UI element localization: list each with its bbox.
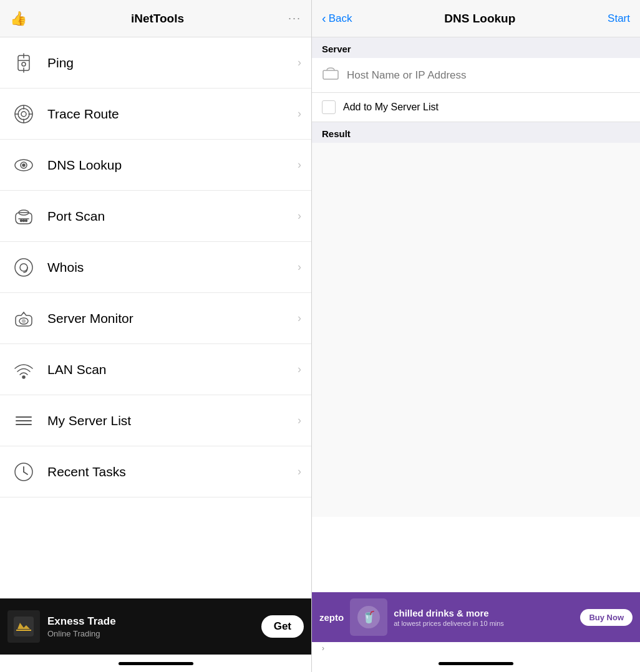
clock-icon	[10, 458, 37, 486]
menu-list: Ping › Trace Route ›	[0, 37, 311, 598]
trace-route-label: Trace Route	[47, 107, 298, 122]
svg-point-1	[22, 62, 26, 66]
svg-point-11	[22, 164, 25, 166]
ad-subtitle: Online Trading	[47, 629, 254, 638]
back-button[interactable]: ‹ Back	[322, 11, 352, 26]
list-icon	[10, 407, 37, 434]
lan-scan-chevron: ›	[298, 363, 301, 376]
recent-tasks-label: Recent Tasks	[47, 464, 298, 479]
server-input-row	[312, 58, 640, 93]
zepto-image: 🥤	[350, 598, 387, 636]
ad-banner-right[interactable]: zepto 🥤 chilled drinks & more at lowest …	[312, 592, 640, 642]
svg-point-18	[20, 264, 27, 271]
sidebar-item-trace-route[interactable]: Trace Route ›	[0, 89, 311, 140]
left-panel: 👍 iNetTools ··· Ping ›	[0, 0, 312, 672]
svg-point-21	[22, 376, 25, 378]
ad-title: Exness Trade	[47, 615, 254, 628]
zepto-subtext: at lowest prices delivered in 10 mins	[394, 620, 574, 627]
svg-point-16	[26, 219, 27, 221]
trace-route-chevron: ›	[298, 107, 301, 120]
pin-icon	[10, 49, 37, 77]
at-icon	[10, 254, 37, 281]
start-button[interactable]: Start	[608, 12, 630, 25]
right-home-indicator	[312, 655, 640, 672]
zepto-buy-button[interactable]: Buy Now	[580, 609, 633, 626]
thumb-icon: 👍	[10, 11, 27, 27]
dns-lookup-chevron: ›	[298, 158, 301, 171]
my-server-list-label: My Server List	[47, 413, 298, 428]
ad-get-button[interactable]: Get	[261, 615, 304, 638]
sidebar-item-whois[interactable]: Whois ›	[0, 242, 311, 293]
svg-text:🥤: 🥤	[362, 610, 376, 624]
ad-logo	[7, 610, 40, 643]
zepto-logo: zepto	[319, 612, 344, 623]
server-device-icon	[322, 67, 339, 84]
sidebar-item-ping[interactable]: Ping ›	[0, 37, 311, 89]
ping-label: Ping	[47, 55, 298, 70]
back-label: Back	[329, 12, 352, 25]
lan-scan-label: LAN Scan	[47, 362, 298, 377]
dns-content: Server Add to My Server List Result	[312, 37, 640, 592]
sidebar-item-my-server-list[interactable]: My Server List ›	[0, 395, 311, 446]
add-to-list-checkbox[interactable]	[322, 100, 336, 114]
svg-point-14	[21, 219, 22, 221]
arrow-indicator: ›	[312, 642, 640, 655]
port-scan-label: Port Scan	[47, 209, 298, 224]
ping-chevron: ›	[298, 56, 301, 69]
svg-point-17	[15, 259, 32, 276]
ad-text-area: Exness Trade Online Trading	[47, 615, 254, 638]
svg-rect-30	[323, 70, 338, 79]
wifi-icon	[10, 356, 37, 383]
small-arrow-icon: ›	[322, 644, 324, 653]
sidebar-item-lan-scan[interactable]: LAN Scan ›	[0, 344, 311, 395]
left-header: 👍 iNetTools ···	[0, 0, 311, 37]
ad-banner-left[interactable]: Exness Trade Online Trading Get	[0, 598, 311, 655]
server-monitor-chevron: ›	[298, 312, 301, 325]
page-title: DNS Lookup	[352, 12, 608, 26]
left-home-bar	[119, 662, 193, 665]
zepto-text-area: chilled drinks & more at lowest prices d…	[394, 608, 574, 627]
monitor-icon	[10, 305, 37, 332]
svg-point-15	[23, 219, 25, 221]
add-to-server-list-row[interactable]: Add to My Server List	[312, 93, 640, 122]
left-home-indicator	[0, 655, 311, 672]
server-section-header: Server	[312, 37, 640, 58]
server-monitor-label: Server Monitor	[47, 311, 298, 326]
recent-tasks-chevron: ›	[298, 465, 301, 478]
result-section-header: Result	[312, 122, 640, 143]
result-body	[312, 143, 640, 517]
right-home-bar	[439, 662, 513, 665]
svg-line-27	[24, 472, 27, 474]
more-dots[interactable]: ···	[288, 12, 301, 25]
right-header: ‹ Back DNS Lookup Start	[312, 0, 640, 37]
sidebar-item-dns-lookup[interactable]: DNS Lookup ›	[0, 140, 311, 191]
dns-lookup-label: DNS Lookup	[47, 158, 298, 173]
app-title: iNetTools	[131, 12, 184, 26]
host-input[interactable]	[347, 69, 630, 82]
svg-point-4	[21, 112, 26, 117]
port-scan-chevron: ›	[298, 209, 301, 223]
svg-point-3	[18, 108, 29, 120]
svg-point-20	[22, 319, 26, 322]
sidebar-item-recent-tasks[interactable]: Recent Tasks ›	[0, 446, 311, 497]
my-server-list-chevron: ›	[298, 414, 301, 427]
right-panel: ‹ Back DNS Lookup Start Server Add to My…	[312, 0, 640, 672]
scanner-icon	[10, 203, 37, 230]
add-to-list-label: Add to My Server List	[343, 102, 439, 113]
sidebar-item-port-scan[interactable]: Port Scan ›	[0, 191, 311, 242]
zepto-headline: chilled drinks & more	[394, 608, 574, 618]
whois-chevron: ›	[298, 261, 301, 274]
back-chevron-icon: ‹	[322, 11, 326, 26]
target-icon	[10, 100, 37, 128]
whois-label: Whois	[47, 260, 298, 275]
eye-icon	[10, 151, 37, 179]
svg-rect-28	[14, 617, 34, 636]
sidebar-item-server-monitor[interactable]: Server Monitor ›	[0, 293, 311, 344]
